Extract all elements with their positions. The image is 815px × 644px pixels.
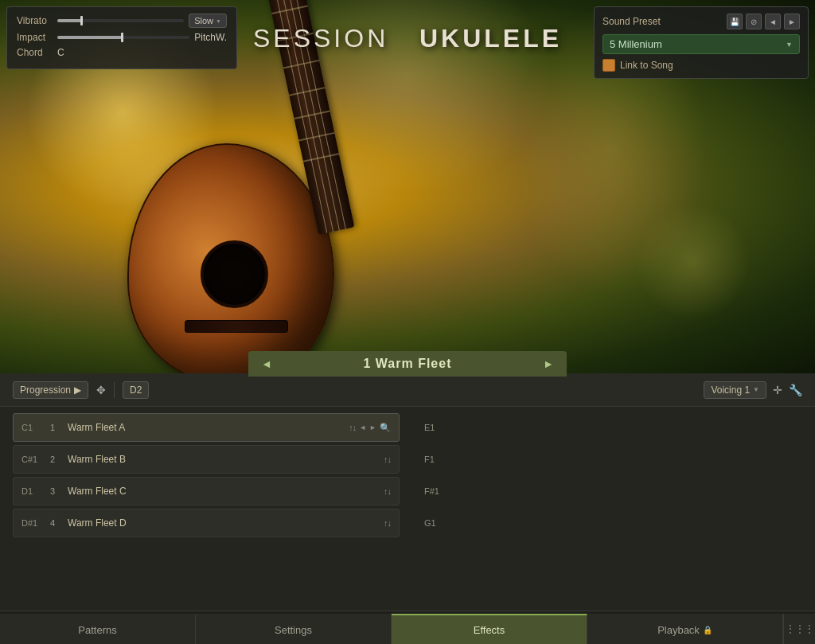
progression-play-icon: ▶ bbox=[74, 384, 81, 396]
list-item-g1: G1 bbox=[415, 509, 802, 537]
impact-label: Impact bbox=[17, 32, 53, 43]
pattern-key-c1: C1 bbox=[21, 423, 44, 432]
impact-slider[interactable] bbox=[57, 36, 189, 39]
vibrato-speed-label: Slow bbox=[194, 16, 213, 25]
pattern-num-1: 1 bbox=[50, 423, 61, 432]
impact-thumb bbox=[121, 33, 123, 42]
pattern-list: C1 1 Warm Fleet A ↑↓ ◄ ► 🔍 E1 C#1 2 Warm… bbox=[0, 407, 815, 544]
pattern-title-a: Warm Fleet A bbox=[68, 422, 342, 433]
vibrato-row: Vibrato Slow bbox=[17, 14, 227, 28]
bars-icon: ⋮⋮⋮ bbox=[786, 623, 814, 634]
pattern-next-btn[interactable]: ► bbox=[540, 357, 557, 370]
hero-area: SESSION UKULELE Vibrato Slow Impact bbox=[0, 0, 815, 374]
tab-effects[interactable]: Effects bbox=[392, 614, 587, 644]
progression-label: Progression bbox=[20, 384, 71, 396]
pattern-num-4: 4 bbox=[50, 518, 61, 528]
preset-name: 5 Millenium bbox=[610, 38, 662, 50]
delete-preset-btn[interactable]: ⊘ bbox=[746, 14, 762, 29]
sort-icon[interactable]: ↑↓ bbox=[384, 455, 391, 464]
tab-playback-label: Playback bbox=[657, 624, 700, 636]
bottom-panel: ◄ 1 Warm Fleet ► Progression ▶ ✥ D2 Voic… bbox=[0, 373, 815, 644]
chord-label: Chord bbox=[17, 47, 53, 58]
note-badge: D2 bbox=[123, 381, 149, 399]
pattern-icons-d: ↑↓ bbox=[384, 518, 391, 528]
chord-value: C bbox=[57, 47, 81, 58]
pattern-title-b: Warm Fleet B bbox=[68, 454, 377, 465]
prev-preset-btn[interactable]: ◄ bbox=[765, 14, 781, 29]
pattern-num-2: 2 bbox=[50, 455, 61, 464]
preset-header: Sound Preset 💾 ⊘ ◄ ► bbox=[602, 14, 800, 29]
sound-preset-label: Sound Preset bbox=[602, 16, 661, 27]
pattern-key-f1: F1 bbox=[424, 455, 446, 464]
pattern-key-e1: E1 bbox=[424, 423, 446, 432]
pattern-title-c: Warm Fleet C bbox=[68, 486, 377, 497]
settings-wrench-icon[interactable]: 🔧 bbox=[789, 384, 802, 396]
top-right-panel: Sound Preset 💾 ⊘ ◄ ► 5 Millenium Link to… bbox=[594, 6, 809, 79]
chord-row: Chord C bbox=[17, 47, 227, 58]
tab-settings-label: Settings bbox=[275, 624, 312, 636]
list-item[interactable]: C#1 2 Warm Fleet B ↑↓ bbox=[13, 445, 400, 474]
list-item-e1: E1 bbox=[415, 413, 802, 442]
list-item-fs1: F#1 bbox=[415, 477, 802, 505]
tab-patterns[interactable]: Patterns bbox=[0, 614, 196, 644]
controls-row: Progression ▶ ✥ D2 Voicing 1 ✛ 🔧 bbox=[0, 373, 815, 407]
list-item[interactable]: D1 3 Warm Fleet C ↑↓ bbox=[13, 477, 400, 505]
pattern-bar: ◄ 1 Warm Fleet ► bbox=[248, 351, 567, 377]
pattern-icons-c: ↑↓ bbox=[384, 486, 391, 496]
voicing-label: Voicing 1 bbox=[711, 384, 750, 396]
tab-patterns-label: Patterns bbox=[78, 624, 116, 636]
sort-icon[interactable]: ↑↓ bbox=[349, 423, 356, 432]
pattern-num-3: 3 bbox=[50, 486, 61, 496]
bottom-tabs: Patterns Settings Effects Playback 🔒 ⋮⋮⋮ bbox=[0, 611, 815, 644]
sort-icon[interactable]: ↑↓ bbox=[384, 486, 391, 496]
pattern-key-fs1: F#1 bbox=[424, 486, 446, 496]
prev-play-icon[interactable]: ◄ bbox=[359, 423, 366, 431]
app-title: SESSION UKULELE bbox=[253, 24, 562, 53]
right-controls: Voicing 1 ✛ 🔧 bbox=[704, 381, 802, 399]
progression-btn[interactable]: Progression ▶ bbox=[13, 381, 88, 399]
save-preset-btn[interactable]: 💾 bbox=[727, 14, 743, 29]
pattern-key-g1: G1 bbox=[424, 518, 446, 528]
search-icon[interactable]: 🔍 bbox=[380, 423, 391, 433]
next-preset-btn[interactable]: ► bbox=[784, 14, 800, 29]
pattern-prev-btn[interactable]: ◄ bbox=[258, 357, 275, 370]
link-to-song-checkbox[interactable] bbox=[602, 59, 615, 72]
top-left-panel: Vibrato Slow Impact PitchW. bbox=[6, 6, 237, 69]
divider bbox=[114, 382, 115, 398]
pattern-key-ds1: D#1 bbox=[21, 518, 44, 528]
voicing-dropdown[interactable]: Voicing 1 bbox=[704, 381, 766, 399]
pattern-icons-a: ↑↓ ◄ ► 🔍 bbox=[349, 423, 391, 433]
vibrato-thumb bbox=[80, 16, 83, 25]
vibrato-speed-dropdown[interactable]: Slow bbox=[189, 14, 227, 28]
move-handle-icon[interactable]: ✥ bbox=[96, 384, 106, 396]
vibrato-fill bbox=[57, 19, 83, 22]
vibrato-label: Vibrato bbox=[17, 15, 53, 26]
vibrato-slider[interactable] bbox=[57, 19, 184, 22]
app-title-instrument: UKULELE bbox=[419, 24, 562, 53]
app-title-session: SESSION bbox=[253, 24, 388, 53]
pitchw-label: PitchW. bbox=[194, 32, 227, 43]
preset-icons: 💾 ⊘ ◄ ► bbox=[727, 14, 800, 29]
add-voicing-icon[interactable]: ✛ bbox=[773, 384, 782, 396]
tab-effects-label: Effects bbox=[474, 624, 505, 636]
pattern-name: 1 Warm Fleet bbox=[364, 357, 452, 371]
tab-playback[interactable]: Playback 🔒 bbox=[587, 614, 783, 644]
tab-extras-btn[interactable]: ⋮⋮⋮ bbox=[783, 614, 815, 644]
link-to-song-label: Link to Song bbox=[620, 60, 673, 71]
list-item[interactable]: C1 1 Warm Fleet A ↑↓ ◄ ► 🔍 bbox=[13, 413, 400, 442]
pattern-key-d1: D1 bbox=[21, 486, 44, 496]
main-container: SESSION UKULELE Vibrato Slow Impact bbox=[0, 0, 815, 644]
list-item[interactable]: D#1 4 Warm Fleet D ↑↓ bbox=[13, 509, 400, 537]
pattern-icons-b: ↑↓ bbox=[384, 455, 391, 464]
left-controls: Progression ▶ ✥ D2 bbox=[13, 381, 149, 399]
impact-fill bbox=[57, 36, 123, 39]
sort-icon[interactable]: ↑↓ bbox=[384, 518, 391, 528]
link-to-song: Link to Song bbox=[602, 59, 800, 72]
pattern-title-d: Warm Fleet D bbox=[68, 517, 377, 529]
preset-dropdown[interactable]: 5 Millenium bbox=[602, 34, 800, 54]
next-play-icon[interactable]: ► bbox=[369, 423, 376, 431]
list-item-f1: F1 bbox=[415, 445, 802, 474]
impact-row: Impact PitchW. bbox=[17, 32, 227, 43]
tab-settings[interactable]: Settings bbox=[196, 614, 392, 644]
lock-icon: 🔒 bbox=[703, 626, 712, 634]
